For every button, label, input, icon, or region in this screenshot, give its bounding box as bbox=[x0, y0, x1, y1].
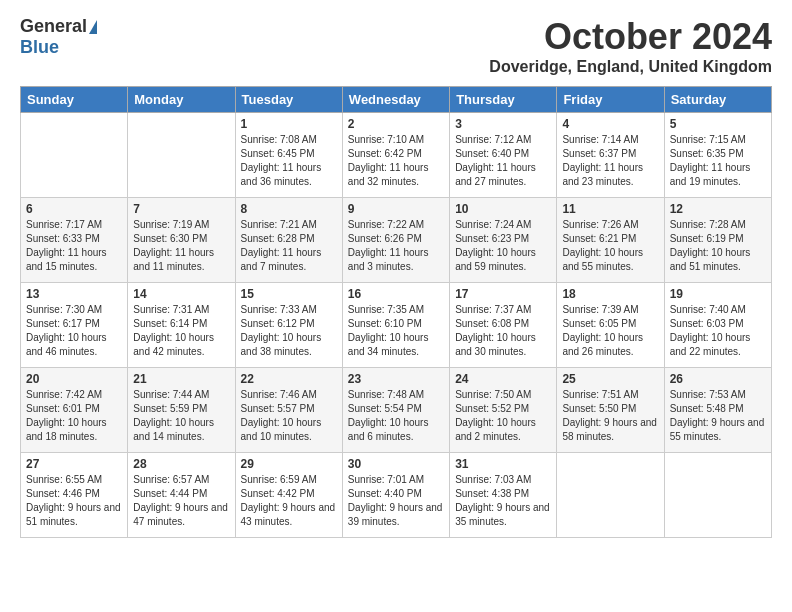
calendar-cell: 19Sunrise: 7:40 AM Sunset: 6:03 PM Dayli… bbox=[664, 283, 771, 368]
calendar-cell: 4Sunrise: 7:14 AM Sunset: 6:37 PM Daylig… bbox=[557, 113, 664, 198]
calendar-cell: 2Sunrise: 7:10 AM Sunset: 6:42 PM Daylig… bbox=[342, 113, 449, 198]
day-content: Sunrise: 7:53 AM Sunset: 5:48 PM Dayligh… bbox=[670, 388, 766, 444]
day-content: Sunrise: 6:57 AM Sunset: 4:44 PM Dayligh… bbox=[133, 473, 229, 529]
calendar-cell: 11Sunrise: 7:26 AM Sunset: 6:21 PM Dayli… bbox=[557, 198, 664, 283]
calendar-cell: 10Sunrise: 7:24 AM Sunset: 6:23 PM Dayli… bbox=[450, 198, 557, 283]
calendar-header-row: SundayMondayTuesdayWednesdayThursdayFrid… bbox=[21, 87, 772, 113]
logo: General Blue bbox=[20, 16, 97, 58]
day-number: 10 bbox=[455, 202, 551, 216]
calendar-cell: 27Sunrise: 6:55 AM Sunset: 4:46 PM Dayli… bbox=[21, 453, 128, 538]
day-number: 28 bbox=[133, 457, 229, 471]
day-content: Sunrise: 7:28 AM Sunset: 6:19 PM Dayligh… bbox=[670, 218, 766, 274]
calendar-cell: 25Sunrise: 7:51 AM Sunset: 5:50 PM Dayli… bbox=[557, 368, 664, 453]
day-number: 24 bbox=[455, 372, 551, 386]
day-content: Sunrise: 6:59 AM Sunset: 4:42 PM Dayligh… bbox=[241, 473, 337, 529]
logo-general: General bbox=[20, 16, 87, 37]
day-content: Sunrise: 7:50 AM Sunset: 5:52 PM Dayligh… bbox=[455, 388, 551, 444]
calendar-cell: 30Sunrise: 7:01 AM Sunset: 4:40 PM Dayli… bbox=[342, 453, 449, 538]
day-number: 8 bbox=[241, 202, 337, 216]
day-content: Sunrise: 7:01 AM Sunset: 4:40 PM Dayligh… bbox=[348, 473, 444, 529]
calendar-cell: 18Sunrise: 7:39 AM Sunset: 6:05 PM Dayli… bbox=[557, 283, 664, 368]
day-number: 11 bbox=[562, 202, 658, 216]
day-content: Sunrise: 7:35 AM Sunset: 6:10 PM Dayligh… bbox=[348, 303, 444, 359]
day-content: Sunrise: 7:42 AM Sunset: 6:01 PM Dayligh… bbox=[26, 388, 122, 444]
calendar-cell: 28Sunrise: 6:57 AM Sunset: 4:44 PM Dayli… bbox=[128, 453, 235, 538]
calendar-cell: 12Sunrise: 7:28 AM Sunset: 6:19 PM Dayli… bbox=[664, 198, 771, 283]
day-content: Sunrise: 7:24 AM Sunset: 6:23 PM Dayligh… bbox=[455, 218, 551, 274]
calendar-header-wednesday: Wednesday bbox=[342, 87, 449, 113]
day-content: Sunrise: 7:03 AM Sunset: 4:38 PM Dayligh… bbox=[455, 473, 551, 529]
calendar-cell: 14Sunrise: 7:31 AM Sunset: 6:14 PM Dayli… bbox=[128, 283, 235, 368]
calendar-cell bbox=[21, 113, 128, 198]
day-content: Sunrise: 7:19 AM Sunset: 6:30 PM Dayligh… bbox=[133, 218, 229, 274]
calendar-header-thursday: Thursday bbox=[450, 87, 557, 113]
calendar: SundayMondayTuesdayWednesdayThursdayFrid… bbox=[20, 86, 772, 538]
calendar-cell: 6Sunrise: 7:17 AM Sunset: 6:33 PM Daylig… bbox=[21, 198, 128, 283]
day-content: Sunrise: 7:14 AM Sunset: 6:37 PM Dayligh… bbox=[562, 133, 658, 189]
day-content: Sunrise: 7:48 AM Sunset: 5:54 PM Dayligh… bbox=[348, 388, 444, 444]
day-number: 17 bbox=[455, 287, 551, 301]
calendar-week-1: 1Sunrise: 7:08 AM Sunset: 6:45 PM Daylig… bbox=[21, 113, 772, 198]
day-number: 20 bbox=[26, 372, 122, 386]
day-content: Sunrise: 7:21 AM Sunset: 6:28 PM Dayligh… bbox=[241, 218, 337, 274]
day-number: 19 bbox=[670, 287, 766, 301]
calendar-header-monday: Monday bbox=[128, 87, 235, 113]
location-title: Doveridge, England, United Kingdom bbox=[489, 58, 772, 76]
day-number: 14 bbox=[133, 287, 229, 301]
calendar-header-saturday: Saturday bbox=[664, 87, 771, 113]
day-content: Sunrise: 7:44 AM Sunset: 5:59 PM Dayligh… bbox=[133, 388, 229, 444]
calendar-cell: 15Sunrise: 7:33 AM Sunset: 6:12 PM Dayli… bbox=[235, 283, 342, 368]
day-number: 27 bbox=[26, 457, 122, 471]
day-number: 31 bbox=[455, 457, 551, 471]
calendar-cell: 1Sunrise: 7:08 AM Sunset: 6:45 PM Daylig… bbox=[235, 113, 342, 198]
calendar-cell: 31Sunrise: 7:03 AM Sunset: 4:38 PM Dayli… bbox=[450, 453, 557, 538]
calendar-cell: 24Sunrise: 7:50 AM Sunset: 5:52 PM Dayli… bbox=[450, 368, 557, 453]
day-number: 21 bbox=[133, 372, 229, 386]
day-content: Sunrise: 7:39 AM Sunset: 6:05 PM Dayligh… bbox=[562, 303, 658, 359]
calendar-cell: 21Sunrise: 7:44 AM Sunset: 5:59 PM Dayli… bbox=[128, 368, 235, 453]
calendar-cell: 8Sunrise: 7:21 AM Sunset: 6:28 PM Daylig… bbox=[235, 198, 342, 283]
day-content: Sunrise: 7:33 AM Sunset: 6:12 PM Dayligh… bbox=[241, 303, 337, 359]
day-content: Sunrise: 7:30 AM Sunset: 6:17 PM Dayligh… bbox=[26, 303, 122, 359]
day-number: 15 bbox=[241, 287, 337, 301]
calendar-week-5: 27Sunrise: 6:55 AM Sunset: 4:46 PM Dayli… bbox=[21, 453, 772, 538]
calendar-header-tuesday: Tuesday bbox=[235, 87, 342, 113]
calendar-week-3: 13Sunrise: 7:30 AM Sunset: 6:17 PM Dayli… bbox=[21, 283, 772, 368]
day-number: 6 bbox=[26, 202, 122, 216]
day-number: 2 bbox=[348, 117, 444, 131]
header: General Blue October 2024 Doveridge, Eng… bbox=[20, 16, 772, 76]
day-number: 30 bbox=[348, 457, 444, 471]
day-number: 9 bbox=[348, 202, 444, 216]
calendar-header-friday: Friday bbox=[557, 87, 664, 113]
day-content: Sunrise: 7:10 AM Sunset: 6:42 PM Dayligh… bbox=[348, 133, 444, 189]
calendar-cell: 7Sunrise: 7:19 AM Sunset: 6:30 PM Daylig… bbox=[128, 198, 235, 283]
day-content: Sunrise: 7:37 AM Sunset: 6:08 PM Dayligh… bbox=[455, 303, 551, 359]
calendar-cell: 16Sunrise: 7:35 AM Sunset: 6:10 PM Dayli… bbox=[342, 283, 449, 368]
logo-icon bbox=[89, 20, 97, 34]
calendar-cell bbox=[664, 453, 771, 538]
calendar-cell: 20Sunrise: 7:42 AM Sunset: 6:01 PM Dayli… bbox=[21, 368, 128, 453]
calendar-cell bbox=[128, 113, 235, 198]
calendar-cell: 3Sunrise: 7:12 AM Sunset: 6:40 PM Daylig… bbox=[450, 113, 557, 198]
month-title: October 2024 bbox=[489, 16, 772, 58]
day-content: Sunrise: 7:15 AM Sunset: 6:35 PM Dayligh… bbox=[670, 133, 766, 189]
calendar-cell: 22Sunrise: 7:46 AM Sunset: 5:57 PM Dayli… bbox=[235, 368, 342, 453]
day-content: Sunrise: 7:12 AM Sunset: 6:40 PM Dayligh… bbox=[455, 133, 551, 189]
day-content: Sunrise: 6:55 AM Sunset: 4:46 PM Dayligh… bbox=[26, 473, 122, 529]
title-area: October 2024 Doveridge, England, United … bbox=[489, 16, 772, 76]
calendar-cell: 26Sunrise: 7:53 AM Sunset: 5:48 PM Dayli… bbox=[664, 368, 771, 453]
calendar-cell: 29Sunrise: 6:59 AM Sunset: 4:42 PM Dayli… bbox=[235, 453, 342, 538]
day-content: Sunrise: 7:46 AM Sunset: 5:57 PM Dayligh… bbox=[241, 388, 337, 444]
day-content: Sunrise: 7:08 AM Sunset: 6:45 PM Dayligh… bbox=[241, 133, 337, 189]
calendar-cell: 13Sunrise: 7:30 AM Sunset: 6:17 PM Dayli… bbox=[21, 283, 128, 368]
day-number: 7 bbox=[133, 202, 229, 216]
calendar-cell: 23Sunrise: 7:48 AM Sunset: 5:54 PM Dayli… bbox=[342, 368, 449, 453]
day-number: 3 bbox=[455, 117, 551, 131]
calendar-cell: 17Sunrise: 7:37 AM Sunset: 6:08 PM Dayli… bbox=[450, 283, 557, 368]
calendar-week-4: 20Sunrise: 7:42 AM Sunset: 6:01 PM Dayli… bbox=[21, 368, 772, 453]
day-content: Sunrise: 7:51 AM Sunset: 5:50 PM Dayligh… bbox=[562, 388, 658, 444]
day-number: 1 bbox=[241, 117, 337, 131]
day-content: Sunrise: 7:31 AM Sunset: 6:14 PM Dayligh… bbox=[133, 303, 229, 359]
calendar-cell: 5Sunrise: 7:15 AM Sunset: 6:35 PM Daylig… bbox=[664, 113, 771, 198]
day-number: 16 bbox=[348, 287, 444, 301]
